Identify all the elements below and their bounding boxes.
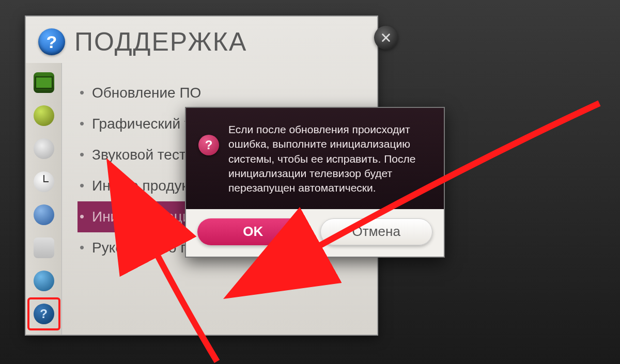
ok-button[interactable]: OK (197, 218, 309, 245)
network-icon (34, 271, 54, 291)
sidebar-item-sound[interactable] (28, 100, 59, 131)
dialog-message: Если после обновления происходит ошибка,… (228, 122, 431, 196)
sidebar-item-option[interactable] (28, 232, 59, 263)
sound-icon (34, 105, 54, 126)
cancel-button[interactable]: Отмена (320, 218, 433, 245)
sidebar-item-picture[interactable] (28, 67, 59, 98)
dialog-body: ? Если после обновления происходит ошибк… (186, 108, 444, 209)
sidebar-item-network[interactable] (28, 265, 59, 296)
close-icon (380, 32, 392, 43)
sidebar: ? (26, 63, 62, 335)
page-title: ПОДДЕРЖКА (74, 27, 247, 57)
sidebar-item-support[interactable]: ? (28, 298, 59, 329)
menu-item-update[interactable]: Обновление ПО (78, 77, 372, 108)
support-icon: ? (34, 304, 54, 324)
sidebar-item-channel[interactable] (28, 133, 59, 164)
option-icon (34, 238, 54, 258)
close-button[interactable] (374, 26, 398, 50)
confirm-dialog: ? Если после обновления происходит ошибк… (185, 107, 445, 258)
dialog-footer: OK Отмена (186, 209, 444, 257)
satellite-icon (34, 138, 54, 159)
sidebar-item-lock[interactable] (28, 199, 59, 230)
help-icon: ? (38, 28, 65, 55)
question-icon: ? (198, 135, 219, 155)
sidebar-item-time[interactable] (28, 166, 59, 197)
picture-icon (34, 72, 54, 93)
lock-icon (34, 204, 54, 225)
clock-icon (34, 171, 54, 192)
panel-header: ? ПОДДЕРЖКА (26, 17, 377, 63)
